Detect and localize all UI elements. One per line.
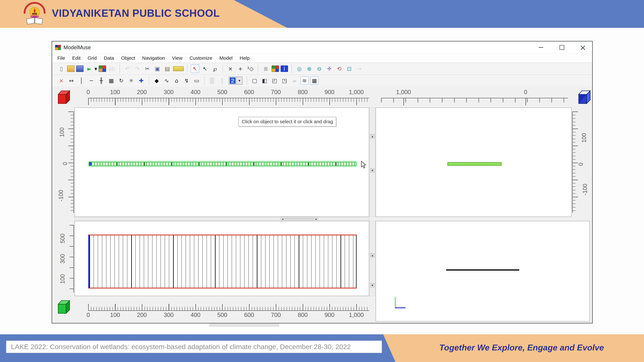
ruler-label: 500 <box>59 234 66 243</box>
parallel-lines-icon[interactable]: ∥ <box>218 76 226 85</box>
color-grid-icon[interactable] <box>272 65 279 72</box>
window-titlebar[interactable]: ModelMuse × <box>52 41 592 53</box>
presentation-slide: VIDYANIKETAN PUBLIC SCHOOL ModelMuse × F… <box>0 0 644 362</box>
menu-object[interactable]: Object <box>118 55 138 61</box>
mouse-cursor-icon <box>361 161 367 169</box>
chevron-down-icon[interactable]: ▾ <box>237 77 242 85</box>
3d-view-cube-icon[interactable]: ◳ <box>280 76 289 85</box>
edit-grid-lines-icon[interactable]: ╫ <box>97 76 106 85</box>
object-order-icon[interactable]: ≣ <box>262 64 270 73</box>
ruler-label: 500 <box>217 312 227 318</box>
generate-grid-icon[interactable]: ✳ <box>127 76 136 85</box>
menu-edit[interactable]: Edit <box>68 55 84 61</box>
open-model-icon[interactable] <box>67 65 74 72</box>
restore-button[interactable] <box>558 43 566 52</box>
zoom-in-icon[interactable]: ⊕ <box>305 64 314 73</box>
menu-navigation[interactable]: Navigation <box>138 55 168 61</box>
zoom-box-icon[interactable]: ◎ <box>295 64 304 73</box>
top-view-orientation-cube-icon <box>56 89 72 106</box>
minimize-button[interactable] <box>536 43 546 52</box>
selected-object-polyline[interactable] <box>89 162 356 166</box>
splitter-grip <box>285 219 314 219</box>
horizontal-splitter-handle[interactable]: ◂ ▸ <box>281 217 318 221</box>
modelmuse-window: ModelMuse × FileEditGridDataObjectNaviga… <box>52 41 593 323</box>
scroll-down-icon[interactable]: ▾ <box>370 283 374 287</box>
plan-view-left-ruler: 1000-100 <box>57 107 74 218</box>
show-node-values-icon[interactable]: ¹◇ <box>246 64 254 73</box>
object-side-view-bar[interactable] <box>448 162 502 166</box>
menu-customize[interactable]: Customize <box>186 55 216 61</box>
show-2d-views-icon[interactable]: ≋ <box>300 76 309 85</box>
hint-tooltip: Click on object to select it or click an… <box>238 117 336 126</box>
import-results-icon[interactable] <box>99 65 106 72</box>
toolbar-separator <box>204 76 204 85</box>
grid-spacing-icon[interactable]: ✚ <box>137 76 146 85</box>
menu-view[interactable]: View <box>168 55 186 61</box>
menu-data[interactable]: Data <box>100 55 118 61</box>
select-objects-icon[interactable]: ↖ <box>191 64 199 73</box>
scroll-up-icon[interactable]: ▴ <box>370 253 374 257</box>
move-grid-lines-icon[interactable]: ↔ <box>67 76 76 85</box>
paste-icon[interactable]: ▤ <box>163 64 172 73</box>
next-view-icon[interactable]: → <box>355 64 364 73</box>
font-icon[interactable]: ab <box>108 64 116 73</box>
menu-model[interactable]: Model <box>216 55 236 61</box>
lasso-icon[interactable]: ℘ <box>211 64 219 73</box>
show-grid-icon[interactable]: ▦ <box>310 76 318 85</box>
cut-icon[interactable]: ✂ <box>143 64 152 73</box>
scroll-right-icon[interactable]: ▸ <box>316 217 317 221</box>
undo-icon[interactable]: ↶ <box>123 64 132 73</box>
menu-help[interactable]: Help <box>236 55 253 61</box>
window-title: ModelMuse <box>64 44 91 50</box>
rectangle-object-icon[interactable]: ▭ <box>192 76 201 85</box>
ruler-label: 100 <box>110 89 120 96</box>
select-vertices-icon[interactable]: ↖ <box>201 64 209 73</box>
conference-title: LAKE 2022: Conservation of wetlands: eco… <box>11 343 351 351</box>
layer-combobox[interactable]: 2▾ <box>228 76 242 85</box>
prior-view-icon[interactable]: ⟲ <box>335 64 344 73</box>
sample-grid-icon[interactable]: ▒ <box>208 76 216 85</box>
run-options-dropdown-icon[interactable]: ▾ <box>94 64 98 73</box>
model-grid-front-view[interactable] <box>88 235 356 289</box>
side-view-cube-icon[interactable]: ◰ <box>270 76 279 85</box>
top-view-cube-icon[interactable]: ▢ <box>250 76 259 85</box>
pan-icon[interactable]: ✛ <box>325 64 334 73</box>
3d-view-pane[interactable] <box>376 221 590 322</box>
shaded-cube-icon[interactable]: ▰ <box>290 76 299 85</box>
about-info-icon[interactable]: i <box>280 65 288 72</box>
subdivide-cells-icon[interactable]: ▦ <box>107 76 116 85</box>
copy-icon[interactable]: ▣ <box>153 64 162 73</box>
menu-file[interactable]: File <box>54 55 68 61</box>
insert-vertex-icon[interactable]: + <box>236 64 244 73</box>
run-model-icon[interactable]: ► <box>85 64 94 73</box>
close-button[interactable]: × <box>578 43 587 52</box>
ruler-label: 0 <box>86 312 90 318</box>
menu-grid[interactable]: Grid <box>84 55 100 61</box>
front-view-cube-icon[interactable]: ◧ <box>260 76 269 85</box>
delete-grid-lines-icon[interactable]: × <box>57 76 66 85</box>
scroll-left-icon[interactable]: ◂ <box>282 217 283 221</box>
vertical-splitter-bottom[interactable]: ▴ ▾ <box>370 221 375 296</box>
polygon-object-icon[interactable]: ⌂ <box>172 76 181 85</box>
save-model-icon[interactable] <box>76 65 84 72</box>
zoom-extents-icon[interactable]: ⊡ <box>345 64 354 73</box>
horizontal-splitter[interactable] <box>74 217 369 220</box>
polyline-object-icon[interactable]: ∿ <box>162 76 171 85</box>
redo-icon[interactable]: ↷ <box>133 64 142 73</box>
zoom-out-icon[interactable]: ⊖ <box>315 64 324 73</box>
3d-axis-x-icon <box>395 307 406 308</box>
window-statusbar-fragment <box>209 324 279 327</box>
delete-segment-icon[interactable]: × <box>226 64 234 73</box>
scroll-down-icon[interactable]: ▾ <box>370 168 374 172</box>
straight-line-object-icon[interactable]: ↯ <box>182 76 191 85</box>
vertical-splitter-top[interactable]: ▴ ▾ <box>370 107 375 217</box>
add-column-icon[interactable]: │ <box>77 76 86 85</box>
scroll-up-icon[interactable]: ▴ <box>370 134 374 138</box>
ruler-label: 0 <box>86 89 90 96</box>
ruler-icon[interactable] <box>173 66 184 71</box>
ruler-label: 0 <box>62 162 68 165</box>
point-object-icon[interactable]: ◆ <box>152 76 161 85</box>
new-model-icon[interactable]: ▯ <box>57 64 66 73</box>
add-row-icon[interactable]: ─ <box>87 76 96 85</box>
rotate-grid-icon[interactable]: ↻ <box>117 76 126 85</box>
